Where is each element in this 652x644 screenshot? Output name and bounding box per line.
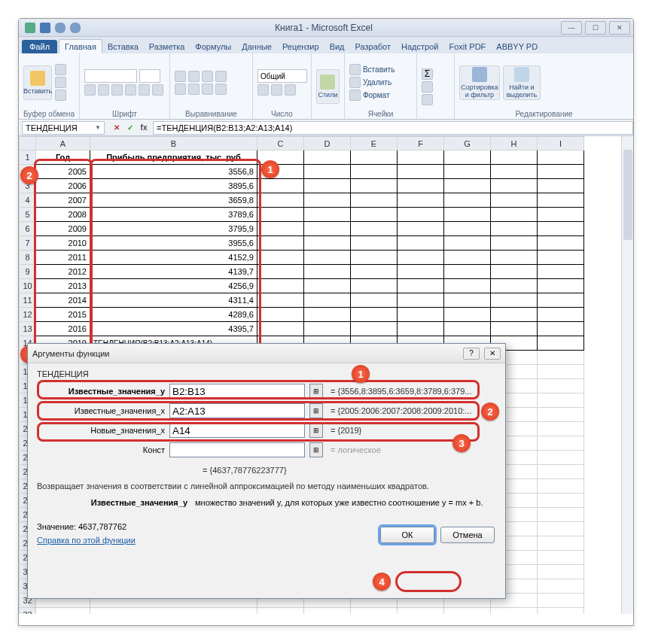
col-header-c[interactable]: C [257,137,304,150]
cell[interactable] [444,293,491,308]
cell[interactable] [491,165,538,179]
cell[interactable] [538,551,584,565]
cell[interactable] [398,293,444,308]
cell-b1[interactable]: Прибыль предприятия, тыс. руб [90,150,257,165]
format-painter-icon[interactable] [55,90,66,101]
cell[interactable] [538,479,584,494]
tab-addins[interactable]: Надстрой [396,40,443,53]
cell[interactable] [257,251,304,265]
bold-icon[interactable] [84,84,96,96]
row-header[interactable]: 33 [20,608,36,615]
cell[interactable] [538,579,584,594]
tab-home[interactable]: Главная [59,39,102,53]
cell[interactable]: 2007 [36,193,90,208]
cell[interactable]: 3895,6 [90,179,257,193]
align-bot-icon[interactable] [202,71,213,82]
cell[interactable] [538,465,584,479]
insert-cells-button[interactable]: Вставить [349,64,395,75]
cell[interactable] [304,322,351,336]
cell[interactable] [398,265,444,279]
cell[interactable] [351,150,398,165]
dialog-close-button[interactable]: ✕ [484,348,501,360]
cell[interactable] [444,165,491,179]
cell[interactable]: 4395,7 [90,322,257,336]
cell[interactable] [257,222,304,236]
cell[interactable] [257,165,304,179]
cell[interactable] [538,222,584,236]
cell[interactable]: 3556,8 [90,165,257,179]
tab-developer[interactable]: Разработ [350,40,396,53]
cell[interactable] [304,608,351,615]
cell[interactable] [538,565,584,579]
cell[interactable] [491,150,538,165]
cell[interactable] [304,265,351,279]
cell[interactable]: 2011 [36,251,90,265]
underline-icon[interactable] [111,84,123,96]
cell[interactable] [398,222,444,236]
cell[interactable]: 2005 [36,165,90,179]
cell[interactable]: 2013 [36,279,90,293]
cell[interactable] [257,179,304,193]
row-header[interactable]: 1 [20,150,36,165]
sort-filter-button[interactable]: Сортировка и фильтр [459,65,500,100]
row-header[interactable]: 13 [20,322,36,336]
cell[interactable] [444,279,491,293]
cell[interactable] [491,236,538,251]
cell[interactable]: 4289,6 [90,308,257,322]
cell[interactable]: 2010 [36,236,90,251]
cell[interactable] [444,251,491,265]
copy-icon[interactable] [55,77,66,88]
italic-icon[interactable] [98,84,109,96]
cell[interactable] [538,193,584,208]
currency-icon[interactable] [257,84,269,96]
undo-icon[interactable] [55,23,66,33]
border-icon[interactable] [125,84,136,96]
cell[interactable] [538,336,584,351]
cell[interactable] [538,379,584,393]
cell[interactable] [444,150,491,165]
col-header-i[interactable]: I [538,137,584,150]
cell[interactable]: 2012 [36,265,90,279]
cancel-button[interactable]: Отмена [440,527,495,543]
cell[interactable] [491,208,538,222]
row-header[interactable]: 9 [20,265,36,279]
cell[interactable] [398,236,444,251]
cell[interactable] [444,308,491,322]
paste-button[interactable]: Вставить [23,65,52,100]
cell[interactable] [538,179,584,193]
autosum-icon[interactable]: Σ [422,68,433,80]
col-header-e[interactable]: E [351,137,398,150]
cell[interactable] [304,251,351,265]
row-header[interactable]: 6 [20,222,36,236]
col-header-g[interactable]: G [444,137,491,150]
tab-file[interactable]: Файл [22,40,57,53]
cell[interactable] [444,208,491,222]
cell[interactable] [538,494,584,508]
tab-abbyy[interactable]: ABBYY PD [491,40,543,53]
cell[interactable] [538,365,584,379]
cell[interactable] [538,508,584,522]
cell[interactable]: 3789,6 [90,208,257,222]
cell[interactable] [398,322,444,336]
cell[interactable] [538,150,584,165]
scrollbar-thumb[interactable] [623,150,632,240]
cell[interactable] [491,322,538,336]
name-box[interactable]: ТЕНДЕНЦИЯ ▼ [22,121,105,135]
cell[interactable] [304,179,351,193]
arg-input-1[interactable] [169,403,305,418]
cell[interactable] [444,222,491,236]
tab-foxit[interactable]: Foxit PDF [443,40,491,53]
col-header-h[interactable]: H [491,137,538,150]
cell[interactable]: 4311,4 [90,293,257,308]
cell[interactable]: 2008 [36,208,90,222]
cell[interactable] [491,265,538,279]
row-header[interactable]: 8 [20,251,36,265]
cell[interactable] [351,293,398,308]
align-center-icon[interactable] [188,84,200,95]
cell[interactable] [351,165,398,179]
cell[interactable] [538,351,584,365]
cell[interactable]: 4256,9 [90,279,257,293]
row-header[interactable]: 11 [20,293,36,308]
fill-down-icon[interactable] [422,81,433,93]
arg-input-0[interactable] [169,384,305,399]
